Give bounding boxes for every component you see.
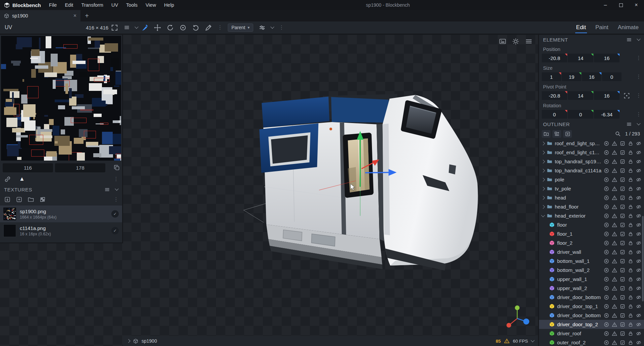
chevron-right-icon[interactable] <box>541 187 545 190</box>
error-toggle-icon[interactable] <box>612 186 617 191</box>
element-size-kebab[interactable]: ⋮ <box>636 74 641 79</box>
visibility-toggle-icon[interactable] <box>636 240 641 246</box>
mirror-settings-icon[interactable] <box>258 24 266 32</box>
outliner-item-roof-end-light-c1141a[interactable]: roof_end_light_c1141a <box>539 148 644 157</box>
export-toggle-icon[interactable] <box>604 304 609 309</box>
toolbar-overflow-kebab[interactable]: ⋮ <box>279 25 284 30</box>
lock-toggle-icon[interactable] <box>628 249 633 255</box>
visibility-toggle-icon[interactable] <box>636 213 641 219</box>
error-toggle-icon[interactable] <box>612 258 617 264</box>
face-mode-icon[interactable]: ▲ <box>19 176 25 182</box>
lock-toggle-icon[interactable] <box>628 340 633 345</box>
error-toggle-icon[interactable] <box>612 249 617 255</box>
uv-modes-kebab[interactable]: ⋮ <box>113 176 119 182</box>
parent-dropdown[interactable]: Parent ▾ <box>228 23 253 32</box>
error-toggle-icon[interactable] <box>612 277 617 282</box>
lock-toggle-icon[interactable] <box>628 240 633 246</box>
outliner-collapse-chevron-icon[interactable] <box>637 121 640 125</box>
outliner-item-driver-door-top-2[interactable]: driver_door_top_2 <box>539 320 644 329</box>
lock-toggle-icon[interactable] <box>628 168 633 173</box>
outliner-item-driver-door-bottom[interactable]: driver_door_bottom <box>539 293 644 302</box>
visibility-toggle-icon[interactable] <box>636 322 641 327</box>
add-cube-button[interactable] <box>563 130 572 138</box>
menu-view[interactable]: View <box>142 0 160 10</box>
error-toggle-icon[interactable] <box>612 313 617 318</box>
autouv-toggle-icon[interactable] <box>620 295 625 300</box>
autouv-toggle-icon[interactable] <box>620 213 625 219</box>
error-toggle-icon[interactable] <box>612 150 617 155</box>
lock-toggle-icon[interactable] <box>628 277 633 282</box>
autouv-toggle-icon[interactable] <box>620 186 625 191</box>
viewport-menu-icon[interactable] <box>525 38 533 45</box>
chevron-down-icon[interactable] <box>541 213 545 217</box>
outliner-item-driver-roof[interactable]: driver_roof <box>539 329 644 338</box>
autouv-toggle-icon[interactable] <box>620 222 625 228</box>
element-pivot-point-input-y[interactable]: 14 <box>568 91 593 100</box>
lock-toggle-icon[interactable] <box>628 304 633 309</box>
outliner-item-driver-door-bottom[interactable]: driver_door_bottom <box>539 311 644 320</box>
chevron-right-icon[interactable] <box>541 160 545 163</box>
visibility-toggle-icon[interactable] <box>636 304 641 309</box>
textures-menu-icon[interactable] <box>104 187 110 192</box>
visibility-toggle-icon[interactable] <box>636 277 641 282</box>
error-toggle-icon[interactable] <box>612 222 617 228</box>
menu-edit[interactable]: Edit <box>61 0 77 10</box>
sort-outliner-button[interactable] <box>552 130 561 138</box>
export-toggle-icon[interactable] <box>604 340 609 345</box>
export-toggle-icon[interactable] <box>604 277 609 282</box>
export-toggle-icon[interactable] <box>604 258 609 264</box>
error-toggle-icon[interactable] <box>612 141 617 146</box>
uv-coord-y[interactable]: 178 <box>55 163 105 172</box>
error-toggle-icon[interactable] <box>612 168 617 173</box>
texture-grid-icon[interactable] <box>39 196 46 203</box>
error-toggle-icon[interactable] <box>612 286 617 291</box>
outliner-item-floor[interactable]: floor <box>539 220 644 229</box>
lock-toggle-icon[interactable] <box>628 286 633 291</box>
visibility-toggle-icon[interactable] <box>636 222 641 228</box>
autouv-toggle-icon[interactable] <box>620 168 625 173</box>
chevron-right-icon[interactable] <box>541 169 545 172</box>
minimize-button[interactable]: – <box>598 0 613 10</box>
error-toggle-icon[interactable] <box>612 195 617 200</box>
lock-toggle-icon[interactable] <box>628 177 633 182</box>
visibility-toggle-icon[interactable] <box>636 231 641 237</box>
error-toggle-icon[interactable] <box>612 159 617 164</box>
export-toggle-icon[interactable] <box>604 222 609 228</box>
export-toggle-icon[interactable] <box>604 240 609 246</box>
element-rotation-input-y[interactable]: 0 <box>568 110 593 119</box>
autouv-toggle-icon[interactable] <box>620 313 625 318</box>
element-position-kebab[interactable]: ⋮ <box>636 55 641 61</box>
autouv-toggle-icon[interactable] <box>620 141 625 146</box>
export-toggle-icon[interactable] <box>604 331 609 336</box>
texture-item-sp1900-png[interactable]: sp1900.png1664 x 1664px (64x)✓ <box>0 206 122 222</box>
error-toggle-icon[interactable] <box>612 240 617 246</box>
element-size-input-y[interactable]: 19 <box>562 72 581 81</box>
autouv-toggle-icon[interactable] <box>620 150 625 155</box>
error-toggle-icon[interactable] <box>612 204 617 210</box>
element-collapse-chevron-icon[interactable] <box>637 37 640 41</box>
lock-toggle-icon[interactable] <box>628 186 633 191</box>
lock-toggle-icon[interactable] <box>628 195 633 200</box>
autouv-toggle-icon[interactable] <box>620 240 625 246</box>
uv-coord-x[interactable]: 116 <box>3 163 53 172</box>
outliner-item-top-handrail-sp1900[interactable]: top_handrail_sp1900 <box>539 157 644 166</box>
outliner-item-head-exterior[interactable]: head_exterior <box>539 211 644 220</box>
visibility-toggle-icon[interactable] <box>636 268 641 273</box>
textures-collapse-chevron-icon[interactable] <box>115 187 118 190</box>
chevron-right-icon[interactable] <box>541 178 545 181</box>
chevron-right-icon[interactable] <box>541 151 545 154</box>
element-rotation-input-x[interactable]: 0 <box>542 110 567 119</box>
mode-tab-paint[interactable]: Paint <box>595 24 608 31</box>
outliner-item-roof-end-light-sp1900[interactable]: roof_end_light_sp1900 <box>539 139 644 148</box>
element-position-input-y[interactable]: 14 <box>568 54 593 62</box>
export-toggle-icon[interactable] <box>604 313 609 318</box>
copy-coords-icon[interactable] <box>113 164 120 171</box>
export-toggle-icon[interactable] <box>604 231 609 237</box>
error-toggle-icon[interactable] <box>612 340 617 345</box>
orientation-gizmo[interactable] <box>504 304 531 331</box>
autouv-toggle-icon[interactable] <box>620 177 625 182</box>
outliner-item-driver-door-top-1[interactable]: driver_door_top_1 <box>539 302 644 311</box>
export-toggle-icon[interactable] <box>604 186 609 191</box>
menu-uv[interactable]: UV <box>107 0 122 10</box>
export-toggle-icon[interactable] <box>604 213 609 219</box>
